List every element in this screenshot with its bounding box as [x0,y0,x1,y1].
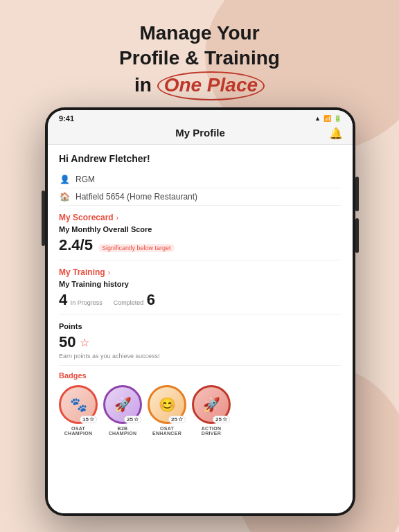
role-text: RGM [76,175,95,184]
points-label: Points [59,322,342,330]
completed-block: Completed 6 [114,291,155,309]
greeting: Hi Andrew Fletcher! [59,153,342,164]
badge-name-1: OSATCHAMPION [64,426,93,436]
battery-icon: 🔋 [334,115,342,122]
badges-row: 🐾 15 ☆ OSATCHAMPION 🚀 [59,385,342,436]
header-line3: in [134,74,152,96]
training-stats-row: 4 In Progress Completed 6 [59,291,342,309]
badge-item-osat-champion[interactable]: 🐾 15 ☆ OSATCHAMPION [59,385,98,436]
scorecard-arrow-icon: › [116,214,118,222]
in-progress-block: 4 In Progress [59,291,103,309]
badge-name-2: B2BCHAMPION [109,426,137,436]
score-badge: Significantly below target [98,244,175,252]
nav-bar: My Profile 🔔 [48,124,353,145]
in-progress-num: 4 [59,291,67,308]
profile-content: Hi Andrew Fletcher! 👤 RGM 🏠 Hatfield 565… [48,145,353,513]
training-link[interactable]: My Training › [59,267,342,277]
badge-item-b2b-champion[interactable]: 🚀 25 ☆ B2BCHAMPION [103,385,142,436]
badge-emoji-1: 🐾 [70,396,87,413]
badges-title: Badges [59,371,342,380]
badge-emoji-4: 🚀 [203,396,220,413]
scorecard-link[interactable]: My Scorecard › [59,213,342,222]
badge-circle-3: 😊 25 ☆ [148,385,186,424]
tablet-button-right-mid [355,218,359,253]
header-section: Manage Your Profile & Training in One Pl… [0,21,399,100]
badge-item-osat-enhancer[interactable]: 😊 25 ☆ OSATENHANCER [148,385,186,436]
location-text: Hatfield 5654 (Home Restaurant) [76,192,197,202]
scorecard-link-text: My Scorecard [59,213,114,222]
badge-emoji-3: 😊 [159,396,176,413]
badge-name-3: OSATENHANCER [152,426,181,436]
role-row: 👤 RGM [59,171,342,188]
badge-points-4: 25 ☆ [213,416,230,423]
status-time: 9:41 [59,114,74,123]
training-section: My Training › My Training history 4 In P… [59,267,342,315]
points-section: Points 50 ☆ Earn points as you achieve s… [59,322,342,366]
completed-label: Completed [114,299,144,306]
score-row: 2.4/5 Significantly below target [59,236,342,254]
in-progress-label: In Progress [71,299,103,306]
badge-points-3: 25 ☆ [168,416,186,423]
header-highlight: One Place [157,71,265,100]
nav-title: My Profile [175,127,225,139]
training-arrow-icon: › [108,269,110,276]
tablet-screen: 9:41 ▲ 📶 🔋 My Profile 🔔 Hi Andrew Fletch… [48,110,353,513]
header-line2: Profile & Training [119,47,280,69]
status-icons: ▲ 📶 🔋 [314,115,342,122]
badge-emoji-2: 🚀 [114,396,132,413]
badge-circle-2: 🚀 25 ☆ [103,385,142,424]
points-star-icon: ☆ [80,336,89,349]
training-link-text: My Training [59,267,105,277]
wifi-icon: ▲ [314,115,321,122]
completed-num: 6 [147,291,155,308]
badge-points-2: 25 ☆ [124,416,141,423]
badge-points-1: 15 ☆ [80,416,97,423]
training-label: My Training history [59,280,342,288]
location-row: 🏠 Hatfield 5654 (Home Restaurant) [59,188,342,206]
status-bar: 9:41 ▲ 📶 🔋 [48,110,353,124]
points-sub-text: Earn points as you achieve success! [59,353,342,360]
location-icon: 🏠 [59,192,70,202]
badge-circle-1: 🐾 15 ☆ [59,385,98,424]
nav-bell-icon[interactable]: 🔔 [329,127,343,140]
badge-name-4: ACTIONDRIVER [202,426,222,436]
header-line1: Manage Your [139,22,259,44]
points-row: 50 ☆ [59,333,342,351]
tablet: 9:41 ▲ 📶 🔋 My Profile 🔔 Hi Andrew Fletch… [45,107,355,516]
person-icon: 👤 [59,175,70,184]
scorecard-label: My Monthly Overall Score [59,225,342,233]
signal-icon: 📶 [323,115,331,122]
tablet-button-left [42,190,45,246]
badges-section: Badges 🐾 15 ☆ OSATCHAMPION [59,371,342,436]
points-value: 50 [59,333,76,351]
badge-item-action-driver[interactable]: 🚀 25 ☆ ACTIONDRIVER [192,385,231,436]
scorecard-section: My Scorecard › My Monthly Overall Score … [59,213,342,260]
tablet-button-right-top [355,177,359,211]
badge-circle-4: 🚀 25 ☆ [192,385,231,424]
score-value: 2.4/5 [59,236,93,254]
